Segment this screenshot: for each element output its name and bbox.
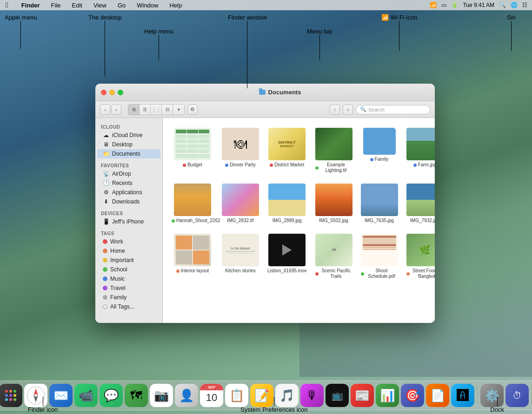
minimize-button[interactable] <box>109 90 115 95</box>
dock-mail[interactable]: ✉️ <box>49 384 73 407</box>
file-budget[interactable]: Budget <box>170 125 215 176</box>
list-view-button[interactable]: ☰ <box>140 105 151 115</box>
file-menu[interactable]: File <box>49 2 63 9</box>
dock-notes[interactable]: 📝 <box>250 384 273 407</box>
menubar:  Finder File Edit View Go Window Help 📶… <box>0 0 532 10</box>
file-hannah-shoot[interactable]: Hannah_Shoot_2262 <box>170 181 215 226</box>
dock-screen-time[interactable]: ⏱ <box>505 384 529 407</box>
dock-apple-tv[interactable]: 📺 <box>326 384 349 407</box>
maximize-button[interactable] <box>118 90 123 95</box>
dock-podcasts[interactable]: 🎙 <box>300 384 324 407</box>
action-button[interactable]: ⚙ <box>187 105 198 115</box>
dock-launchpad[interactable] <box>0 384 22 407</box>
file-img5502[interactable]: IMG_5502.jpg <box>313 181 354 226</box>
file-img2832[interactable]: IMG_2832.tif <box>220 181 261 226</box>
file-interior-layout[interactable]: Interior layout <box>170 231 215 282</box>
gallery-view-button[interactable]: ⊟ <box>162 105 173 115</box>
dinner-party-label: Dinner Party <box>225 162 256 168</box>
iphone-label: Jeff's iPhone <box>112 218 144 225</box>
sidebar-item-tag-all[interactable]: All Tags... <box>97 302 160 311</box>
street-food-label: Street Food in Bangkok <box>406 268 435 279</box>
icloud-section-header: iCloud <box>95 123 162 131</box>
img2832-label: IMG_2832.tif <box>227 218 253 223</box>
file-district-market[interactable]: DISTRICT MARKET District Market <box>266 125 309 176</box>
help-menu[interactable]: Help <box>167 2 184 9</box>
file-shoot-schedule[interactable]: Shoot Schedule.pdf <box>359 231 400 282</box>
sidebar-item-tag-music[interactable]: Music <box>97 274 160 283</box>
sidebar-item-icloud-drive[interactable]: ☁ iCloud Drive <box>97 131 160 140</box>
district-market-thumbnail: DISTRICT MARKET <box>268 128 306 160</box>
recents-icon: 🕐 <box>103 180 109 186</box>
svg-point-16 <box>5 398 8 401</box>
budget-label: Budget <box>183 162 202 168</box>
search-bar[interactable]: 🔍 Search <box>356 105 430 114</box>
sidebar-item-tag-work[interactable]: Work <box>97 237 160 246</box>
sidebar-item-airdrop[interactable]: 📡 AirDrop <box>97 169 160 178</box>
sidebar-item-applications[interactable]: ⚙ Applications <box>97 188 160 197</box>
close-button[interactable] <box>101 90 106 95</box>
dock-keynote[interactable]: 🎯 <box>401 384 424 407</box>
control-center-icon[interactable]: ☷ <box>522 2 527 8</box>
tag-button[interactable]: ○ <box>343 105 353 115</box>
file-example-lighting[interactable]: Example Lighting.tif <box>313 125 354 176</box>
sidebar-item-tag-important[interactable]: Important <box>97 256 160 265</box>
dock-reminders[interactable]: 📋 <box>225 384 248 407</box>
share-button[interactable]: ↑ <box>330 105 340 115</box>
sidebar-item-iphone[interactable]: 📱 Jeff's iPhone <box>97 217 160 226</box>
file-lisbon-video[interactable]: Lisbon_61695.mov <box>266 231 309 282</box>
file-img2889[interactable]: IMG_2889.jpg <box>266 181 309 226</box>
file-family[interactable]: Family <box>359 125 400 176</box>
apple-menu-icon[interactable]:  <box>4 1 10 9</box>
file-street-food[interactable]: 🌿 Street Food in Bangkok <box>405 231 435 282</box>
file-img7932[interactable]: IMG_7932.jpg <box>405 181 435 226</box>
dock-safari[interactable] <box>24 384 47 407</box>
sidebar-item-documents[interactable]: 📁 Documents <box>97 149 160 158</box>
dock-app-store[interactable]: 🅰 <box>451 384 474 407</box>
sidebar-item-downloads[interactable]: ⬇ Downloads <box>97 197 160 206</box>
dock-photos[interactable]: 📷 <box>150 384 173 407</box>
dock-pages[interactable]: 📄 <box>426 384 449 407</box>
column-view-button[interactable]: ⋮⋮ <box>151 105 162 115</box>
sidebar-item-tag-family[interactable]: Family <box>97 293 160 302</box>
recents-label: Recents <box>112 180 133 186</box>
sidebar-item-tag-travel[interactable]: Travel <box>97 283 160 293</box>
dock-messages[interactable]: 💬 <box>100 384 123 407</box>
file-img7635[interactable]: IMG_7635.jpg <box>359 181 400 226</box>
battery-icon: 🔋 <box>451 2 458 8</box>
siri-icon[interactable]: 🌐 <box>511 2 518 8</box>
file-kitchen-stories[interactable]: In the Market Kitchen stories <box>220 231 261 282</box>
clock: Tue 9:41 AM <box>463 2 494 8</box>
dock-facetime[interactable]: 📹 <box>74 384 98 407</box>
view-options-button[interactable]: ▾ <box>173 105 184 115</box>
back-button[interactable]: ‹ <box>100 105 110 115</box>
sidebar-item-tag-home[interactable]: Home <box>97 246 160 256</box>
dock-maps[interactable]: 🗺 <box>125 384 148 407</box>
view-menu[interactable]: View <box>92 2 108 9</box>
dock: ✉️ 📹 💬 🗺 📷 👤 SEP 10 📋 📝 🎵 🎙 📺 <box>0 381 532 410</box>
search-menubar-icon[interactable]: 🔍 <box>499 2 506 8</box>
go-menu[interactable]: Go <box>116 2 127 9</box>
forward-button[interactable]: › <box>111 105 121 115</box>
dock-contacts[interactable]: 👤 <box>175 384 198 407</box>
search-icon: 🔍 <box>360 106 366 112</box>
edit-menu[interactable]: Edit <box>70 2 84 9</box>
dock-calendar[interactable]: SEP 10 <box>200 384 223 407</box>
example-lighting-thumbnail <box>315 128 352 160</box>
svg-point-13 <box>5 394 8 397</box>
favorites-section-header: Favorites <box>95 161 162 169</box>
sidebar-item-tag-school[interactable]: School <box>97 265 160 274</box>
file-scenic-pacific[interactable]: 🗺 Scenic Pacific Trails <box>313 231 354 282</box>
sidebar-item-recents[interactable]: 🕐 Recents <box>97 178 160 188</box>
dock-news[interactable]: 📰 <box>351 384 374 407</box>
dock-numbers[interactable]: 📊 <box>376 384 399 407</box>
dock-system-preferences[interactable]: ⚙️ <box>480 384 504 407</box>
icon-view-button[interactable]: ⊞ <box>128 105 140 115</box>
finder-menu[interactable]: Finder <box>20 2 42 9</box>
sidebar-item-desktop[interactable]: 🖥 Desktop <box>97 140 160 149</box>
file-dinner-party[interactable]: 🍽 Dinner Party <box>220 125 261 176</box>
svg-point-17 <box>9 398 12 401</box>
window-menu[interactable]: Window <box>135 2 160 9</box>
dock-music[interactable]: 🎵 <box>275 384 299 407</box>
file-farm[interactable]: Farm.jpg <box>405 125 435 176</box>
wifi-icon: 📶 <box>430 2 437 8</box>
